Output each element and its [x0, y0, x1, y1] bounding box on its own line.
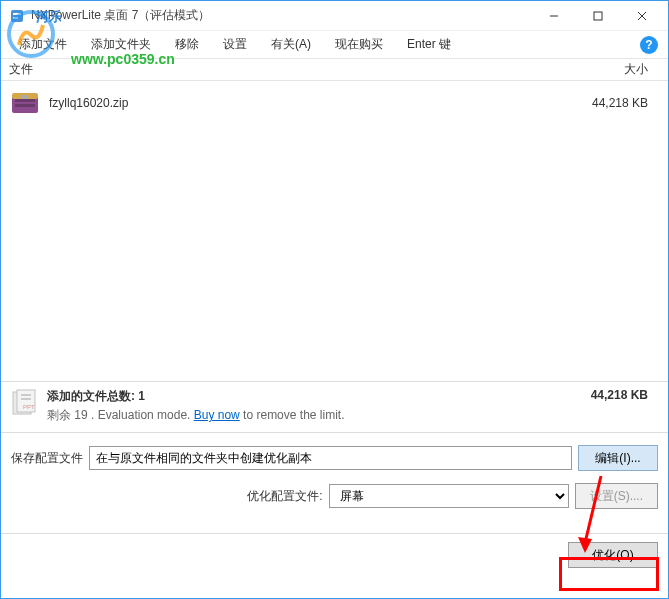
menubar: 添加文件 添加文件夹 移除 设置 有关(A) 现在购买 Enter 键 ? [1, 31, 668, 59]
column-header-size[interactable]: 大小 [580, 61, 660, 78]
status-eval-notice: 剩余 19 . Evaluation mode. Buy now to remo… [47, 407, 591, 424]
app-icon [9, 8, 25, 24]
optimize-profile-label: 优化配置文件: [247, 488, 322, 505]
column-header-file[interactable]: 文件 [9, 61, 580, 78]
file-size: 44,218 KB [580, 96, 660, 110]
list-header: 文件 大小 [1, 59, 668, 81]
window-title: NXPowerLite 桌面 7（评估模式） [31, 7, 532, 24]
svg-rect-4 [13, 17, 18, 19]
status-total-size: 44,218 KB [591, 388, 660, 402]
status-doc-icon: PPT [9, 388, 39, 418]
svg-text:PPT: PPT [23, 404, 35, 410]
svg-rect-16 [21, 394, 31, 396]
minimize-button[interactable] [532, 2, 576, 30]
svg-rect-6 [594, 12, 602, 20]
maximize-button[interactable] [576, 2, 620, 30]
titlebar: NXPowerLite 桌面 7（评估模式） [1, 1, 668, 31]
menu-add-file[interactable]: 添加文件 [7, 32, 79, 57]
file-list[interactable]: fzyllq16020.zip 44,218 KB [1, 81, 668, 381]
buy-now-link[interactable]: Buy now [194, 408, 240, 422]
svg-rect-17 [21, 398, 31, 400]
menu-about[interactable]: 有关(A) [259, 32, 323, 57]
svg-rect-3 [13, 13, 21, 15]
svg-rect-2 [11, 10, 23, 22]
edit-button[interactable]: 编辑(I)... [578, 445, 658, 471]
settings-button[interactable]: 设置(S).... [575, 483, 658, 509]
status-bar: PPT 添加的文件总数: 1 剩余 19 . Evaluation mode. … [1, 381, 668, 432]
menu-settings[interactable]: 设置 [211, 32, 259, 57]
save-profile-input[interactable] [89, 446, 572, 470]
menu-remove[interactable]: 移除 [163, 32, 211, 57]
table-row[interactable]: fzyllq16020.zip 44,218 KB [1, 81, 668, 125]
zip-file-icon [9, 87, 41, 119]
optimize-button[interactable]: 优化(O) [568, 542, 658, 568]
svg-rect-11 [15, 99, 35, 102]
svg-rect-12 [15, 104, 35, 107]
bottom-panel: 保存配置文件 编辑(I)... 优化配置文件: 屏幕 设置(S).... [1, 432, 668, 533]
svg-rect-13 [22, 95, 28, 99]
menu-add-folder[interactable]: 添加文件夹 [79, 32, 163, 57]
optimize-profile-dropdown[interactable]: 屏幕 [329, 484, 569, 508]
save-profile-label: 保存配置文件 [11, 450, 83, 467]
menu-enter-key[interactable]: Enter 键 [395, 32, 463, 57]
menu-buy-now[interactable]: 现在购买 [323, 32, 395, 57]
file-name: fzyllq16020.zip [49, 96, 580, 110]
close-button[interactable] [620, 2, 664, 30]
status-total-files: 添加的文件总数: 1 [47, 388, 591, 405]
bottom-buttons: 优化(O) [1, 533, 668, 578]
help-icon[interactable]: ? [640, 36, 658, 54]
